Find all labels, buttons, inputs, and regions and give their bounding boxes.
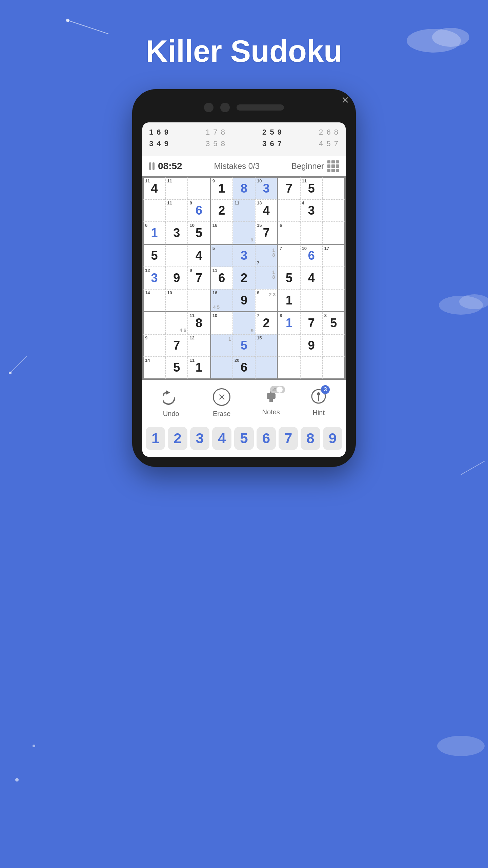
cell-r2c3[interactable]: 86 bbox=[188, 199, 210, 222]
cell-r6c2[interactable]: 10 bbox=[165, 289, 188, 312]
cell-r6c9[interactable] bbox=[323, 289, 345, 312]
cell-r8c7[interactable] bbox=[278, 334, 300, 357]
cell-r2c2[interactable]: 11 bbox=[165, 199, 188, 222]
grid-view-icon[interactable] bbox=[327, 160, 339, 172]
cell-r9c4[interactable] bbox=[210, 357, 233, 379]
cell-r1c9[interactable] bbox=[323, 177, 345, 199]
cell-r6c1[interactable]: 14 bbox=[143, 289, 165, 312]
notes-toggle[interactable]: off bbox=[270, 386, 285, 393]
cell-r4c7[interactable]: 7 bbox=[278, 244, 300, 267]
num-btn-3[interactable]: 3 bbox=[190, 427, 209, 450]
cell-r5c2[interactable]: 9 bbox=[165, 267, 188, 289]
combo-178[interactable]: 1 7 8 bbox=[206, 128, 226, 137]
num-btn-5[interactable]: 5 bbox=[234, 427, 253, 450]
cell-r1c1[interactable]: 114 bbox=[143, 177, 165, 199]
cell-r6c3[interactable] bbox=[188, 289, 210, 312]
cell-r2c6[interactable]: 134 bbox=[255, 199, 278, 222]
cell-r4c8[interactable]: 106 bbox=[300, 244, 323, 267]
cell-r3c8[interactable] bbox=[300, 222, 323, 244]
cell-r8c2[interactable]: 7 bbox=[165, 334, 188, 357]
cell-r1c2[interactable]: 11 bbox=[165, 177, 188, 199]
cell-r1c5[interactable]: 8 bbox=[233, 177, 255, 199]
cell-r3c1[interactable]: 61 bbox=[143, 222, 165, 244]
cell-r9c3[interactable]: 111 bbox=[188, 357, 210, 379]
cell-r2c7[interactable] bbox=[278, 199, 300, 222]
num-btn-7[interactable]: 7 bbox=[279, 427, 298, 450]
cell-r8c4[interactable]: 1 bbox=[210, 334, 233, 357]
cell-r9c2[interactable]: 5 bbox=[165, 357, 188, 379]
combo-358[interactable]: 3 5 8 bbox=[206, 139, 226, 148]
cell-r5c7[interactable]: 5 bbox=[278, 267, 300, 289]
cell-r4c6[interactable]: 718 bbox=[255, 244, 278, 267]
cell-r1c7[interactable]: 7 bbox=[278, 177, 300, 199]
cell-r2c9[interactable] bbox=[323, 199, 345, 222]
cell-r6c6[interactable]: 82 3 bbox=[255, 289, 278, 312]
notes-button[interactable]: off Notes bbox=[262, 389, 280, 416]
cell-r3c9[interactable] bbox=[323, 222, 345, 244]
cell-r5c4[interactable]: 116 bbox=[210, 267, 233, 289]
cell-r5c6[interactable]: 18 bbox=[255, 267, 278, 289]
cell-r9c1[interactable]: 14 bbox=[143, 357, 165, 379]
combo-349[interactable]: 3 4 9 bbox=[149, 139, 169, 148]
num-btn-9[interactable]: 9 bbox=[323, 427, 342, 450]
cell-r8c9[interactable] bbox=[323, 334, 345, 357]
cell-r4c4[interactable]: 5 bbox=[210, 244, 233, 267]
cell-r7c6[interactable]: 72 bbox=[255, 312, 278, 334]
cell-r8c3[interactable]: 12 bbox=[188, 334, 210, 357]
cell-r5c9[interactable] bbox=[323, 267, 345, 289]
combo-259[interactable]: 2 5 9 bbox=[262, 128, 282, 137]
cell-r5c5[interactable]: 2 bbox=[233, 267, 255, 289]
cell-r7c2[interactable]: 4 6 bbox=[165, 312, 188, 334]
cell-r1c6[interactable]: 103 bbox=[255, 177, 278, 199]
cell-r6c7[interactable]: 1 bbox=[278, 289, 300, 312]
num-btn-8[interactable]: 8 bbox=[301, 427, 320, 450]
cell-r7c5[interactable]: 9 bbox=[233, 312, 255, 334]
cell-r2c4[interactable]: 2 bbox=[210, 199, 233, 222]
cell-r3c5[interactable]: 9 bbox=[233, 222, 255, 244]
combo-457[interactable]: 4 5 7 bbox=[319, 139, 339, 148]
combo-367[interactable]: 3 6 7 bbox=[262, 139, 282, 148]
cell-r7c9[interactable]: 85 bbox=[323, 312, 345, 334]
cell-r7c1[interactable] bbox=[143, 312, 165, 334]
undo-button[interactable]: Undo bbox=[161, 387, 181, 418]
cell-r7c8[interactable]: 7 bbox=[300, 312, 323, 334]
num-btn-1[interactable]: 1 bbox=[146, 427, 165, 450]
cell-r5c3[interactable]: 97 bbox=[188, 267, 210, 289]
cell-r7c3[interactable]: 118 bbox=[188, 312, 210, 334]
num-btn-4[interactable]: 4 bbox=[212, 427, 231, 450]
cell-r3c7[interactable]: 6 bbox=[278, 222, 300, 244]
combo-169[interactable]: 1 6 9 bbox=[149, 128, 169, 137]
cell-r5c1[interactable]: 123 bbox=[143, 267, 165, 289]
pause-button[interactable] bbox=[149, 162, 155, 170]
cell-r2c5[interactable]: 11 bbox=[233, 199, 255, 222]
cell-r9c9[interactable] bbox=[323, 357, 345, 379]
num-btn-2[interactable]: 2 bbox=[168, 427, 187, 450]
cell-r6c4[interactable]: 164 5 bbox=[210, 289, 233, 312]
cell-r2c8[interactable]: 43 bbox=[300, 199, 323, 222]
cell-r4c5[interactable]: 3 bbox=[233, 244, 255, 267]
cell-r1c8[interactable]: 115 bbox=[300, 177, 323, 199]
erase-button[interactable]: ✕ Erase bbox=[211, 387, 232, 418]
cell-r1c4[interactable]: 91 bbox=[210, 177, 233, 199]
cell-r7c4[interactable]: 10 bbox=[210, 312, 233, 334]
cell-r8c8[interactable]: 9 bbox=[300, 334, 323, 357]
cell-r4c2[interactable] bbox=[165, 244, 188, 267]
cell-r3c4[interactable]: 16 bbox=[210, 222, 233, 244]
cell-r6c5[interactable]: 9 bbox=[233, 289, 255, 312]
cell-r9c7[interactable] bbox=[278, 357, 300, 379]
cell-r3c2[interactable]: 3 bbox=[165, 222, 188, 244]
cell-r3c6[interactable]: 157 bbox=[255, 222, 278, 244]
cell-r7c7[interactable]: 81 bbox=[278, 312, 300, 334]
cell-r4c3[interactable]: 4 bbox=[188, 244, 210, 267]
cell-r4c9[interactable]: 17 bbox=[323, 244, 345, 267]
hint-button[interactable]: 3 Hint bbox=[310, 388, 327, 417]
combo-268[interactable]: 2 6 8 bbox=[319, 128, 339, 137]
cell-r8c6[interactable]: 15 bbox=[255, 334, 278, 357]
cell-r9c6[interactable] bbox=[255, 357, 278, 379]
cell-r4c1[interactable]: 5 bbox=[143, 244, 165, 267]
cell-r3c3[interactable]: 105 bbox=[188, 222, 210, 244]
num-btn-6[interactable]: 6 bbox=[257, 427, 276, 450]
cell-r5c8[interactable]: 4 bbox=[300, 267, 323, 289]
cell-r8c1[interactable]: 9 bbox=[143, 334, 165, 357]
cell-r9c5[interactable]: 206 bbox=[233, 357, 255, 379]
